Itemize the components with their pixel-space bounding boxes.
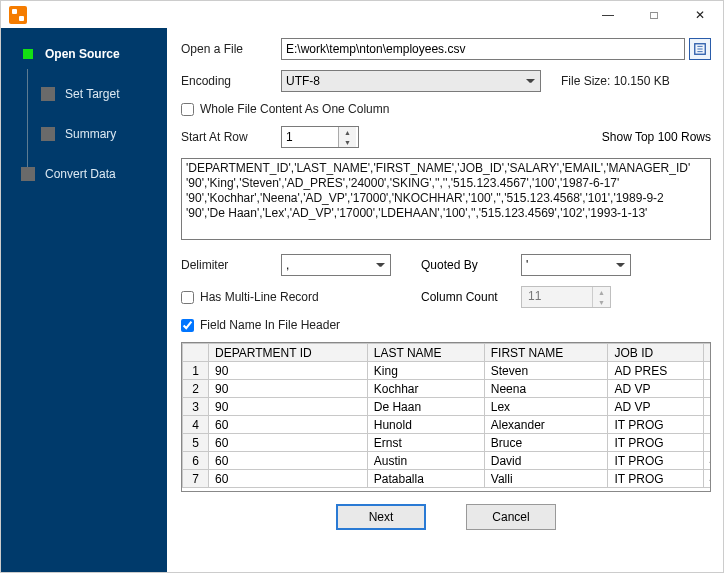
raw-preview[interactable]: 'DEPARTMENT_ID','LAST_NAME','FIRST_NAME'… bbox=[181, 158, 711, 240]
cell[interactable]: Austin bbox=[367, 452, 484, 470]
delimiter-label: Delimiter bbox=[181, 258, 281, 272]
multiline-label: Has Multi-Line Record bbox=[200, 290, 319, 304]
row-number: 2 bbox=[183, 380, 209, 398]
browse-button[interactable] bbox=[689, 38, 711, 60]
cell[interactable]: 6000 bbox=[703, 434, 711, 452]
column-header[interactable]: LAST NAME bbox=[367, 344, 484, 362]
cell[interactable]: 17000 bbox=[703, 398, 711, 416]
cell[interactable]: Kochhar bbox=[367, 380, 484, 398]
file-path-input[interactable] bbox=[281, 38, 685, 60]
whole-file-one-column-checkbox[interactable]: Whole File Content As One Column bbox=[181, 102, 389, 116]
table-row[interactable]: 460HunoldAlexanderIT PROG9000A bbox=[183, 416, 712, 434]
cell[interactable]: 9000 bbox=[703, 416, 711, 434]
preview-line: '90','Kochhar','Neena','AD_VP','17000','… bbox=[186, 191, 706, 206]
start-row-input[interactable] bbox=[282, 127, 338, 147]
quoted-by-select[interactable]: ' bbox=[521, 254, 631, 276]
cell[interactable]: Alexander bbox=[484, 416, 608, 434]
row-number: 5 bbox=[183, 434, 209, 452]
quoted-by-label: Quoted By bbox=[421, 258, 521, 272]
row-number: 7 bbox=[183, 470, 209, 488]
cell[interactable]: AD PRES bbox=[608, 362, 703, 380]
cell[interactable]: 90 bbox=[209, 398, 368, 416]
step-convert-data[interactable]: Convert Data bbox=[1, 161, 167, 187]
preview-line: 'DEPARTMENT_ID','LAST_NAME','FIRST_NAME'… bbox=[186, 161, 706, 176]
field-name-header-checkbox-input[interactable] bbox=[181, 319, 194, 332]
cell[interactable]: Lex bbox=[484, 398, 608, 416]
spinner-down-icon[interactable]: ▼ bbox=[339, 137, 356, 147]
step-label: Open Source bbox=[45, 47, 120, 61]
column-header[interactable]: FIRST NAME bbox=[484, 344, 608, 362]
column-header[interactable]: DEPARTMENT ID bbox=[209, 344, 368, 362]
step-label: Convert Data bbox=[45, 167, 116, 181]
close-button[interactable]: ✕ bbox=[677, 1, 723, 28]
spinner-up-icon: ▲ bbox=[593, 287, 610, 297]
multiline-checkbox[interactable]: Has Multi-Line Record bbox=[181, 290, 391, 304]
cell[interactable]: 90 bbox=[209, 362, 368, 380]
next-button[interactable]: Next bbox=[336, 504, 426, 530]
cell[interactable]: IT PROG bbox=[608, 416, 703, 434]
data-table-wrap[interactable]: DEPARTMENT IDLAST NAMEFIRST NAMEJOB IDSA… bbox=[181, 342, 711, 492]
maximize-button[interactable]: □ bbox=[631, 1, 677, 28]
field-name-header-checkbox[interactable]: Field Name In File Header bbox=[181, 318, 340, 332]
cancel-button[interactable]: Cancel bbox=[466, 504, 556, 530]
cell[interactable]: Ernst bbox=[367, 434, 484, 452]
cell[interactable]: King bbox=[367, 362, 484, 380]
encoding-select[interactable]: UTF-8 bbox=[281, 70, 541, 92]
cell[interactable]: 4800 bbox=[703, 452, 711, 470]
whole-file-label: Whole File Content As One Column bbox=[200, 102, 389, 116]
table-row[interactable]: 560ErnstBruceIT PROG6000E bbox=[183, 434, 712, 452]
cell[interactable]: 60 bbox=[209, 434, 368, 452]
row-header-corner bbox=[183, 344, 209, 362]
cell[interactable]: Valli bbox=[484, 470, 608, 488]
table-row[interactable]: 760PataballaValliIT PROG4800V bbox=[183, 470, 712, 488]
cell[interactable]: Hunold bbox=[367, 416, 484, 434]
cell[interactable]: Pataballa bbox=[367, 470, 484, 488]
cell[interactable]: David bbox=[484, 452, 608, 470]
step-summary[interactable]: Summary bbox=[1, 121, 167, 147]
cell[interactable]: 24000 bbox=[703, 362, 711, 380]
step-connector bbox=[27, 69, 28, 179]
cell[interactable]: 60 bbox=[209, 470, 368, 488]
cell[interactable]: 90 bbox=[209, 380, 368, 398]
step-open-source[interactable]: Open Source bbox=[1, 41, 167, 67]
step-marker-icon bbox=[41, 127, 55, 141]
row-number: 1 bbox=[183, 362, 209, 380]
cell[interactable]: De Haan bbox=[367, 398, 484, 416]
delimiter-select[interactable]: , bbox=[281, 254, 391, 276]
column-header[interactable]: SALARY bbox=[703, 344, 711, 362]
table-row[interactable]: 290KochharNeenaAD VP17000 bbox=[183, 380, 712, 398]
spinner-down-icon: ▼ bbox=[593, 297, 610, 307]
step-label: Summary bbox=[65, 127, 116, 141]
cell[interactable]: Steven bbox=[484, 362, 608, 380]
cell[interactable]: IT PROG bbox=[608, 452, 703, 470]
cell[interactable]: Neena bbox=[484, 380, 608, 398]
step-marker-icon bbox=[21, 167, 35, 181]
encoding-label: Encoding bbox=[181, 74, 281, 88]
preview-line: '90','De Haan','Lex','AD_VP','17000','LD… bbox=[186, 206, 706, 221]
cell[interactable]: IT PROG bbox=[608, 470, 703, 488]
step-marker-icon bbox=[41, 87, 55, 101]
spinner-up-icon[interactable]: ▲ bbox=[339, 127, 356, 137]
minimize-button[interactable]: — bbox=[585, 1, 631, 28]
step-marker-icon bbox=[21, 47, 35, 61]
cell[interactable]: AD VP bbox=[608, 398, 703, 416]
row-number: 3 bbox=[183, 398, 209, 416]
whole-file-checkbox-input[interactable] bbox=[181, 103, 194, 116]
table-row[interactable]: 390De HaanLexAD VP17000L bbox=[183, 398, 712, 416]
cell[interactable]: IT PROG bbox=[608, 434, 703, 452]
cell[interactable]: Bruce bbox=[484, 434, 608, 452]
step-set-target[interactable]: Set Target bbox=[1, 81, 167, 107]
titlebar: — □ ✕ bbox=[1, 1, 723, 28]
start-row-spinner[interactable]: ▲▼ bbox=[281, 126, 359, 148]
cell[interactable]: 60 bbox=[209, 416, 368, 434]
column-header[interactable]: JOB ID bbox=[608, 344, 703, 362]
table-row[interactable]: 190KingStevenAD PRES24000S bbox=[183, 362, 712, 380]
cell[interactable]: 17000 bbox=[703, 380, 711, 398]
cell[interactable]: AD VP bbox=[608, 380, 703, 398]
show-top-rows-label: Show Top 100 Rows bbox=[602, 130, 711, 144]
column-count-field: 11 ▲▼ bbox=[521, 286, 611, 308]
multiline-checkbox-input[interactable] bbox=[181, 291, 194, 304]
table-row[interactable]: 660AustinDavidIT PROG4800D bbox=[183, 452, 712, 470]
cell[interactable]: 60 bbox=[209, 452, 368, 470]
cell[interactable]: 4800 bbox=[703, 470, 711, 488]
